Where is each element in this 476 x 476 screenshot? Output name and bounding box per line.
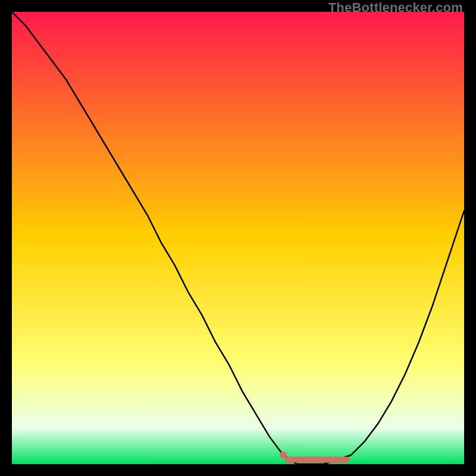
watermark-text: TheBottlenecker.com — [328, 0, 463, 15]
bottleneck-chart — [12, 12, 464, 464]
gradient-background — [12, 12, 464, 464]
chart-frame: TheBottlenecker.com — [0, 0, 476, 476]
optimal-point-marker — [280, 452, 287, 459]
plot-area — [12, 12, 464, 464]
